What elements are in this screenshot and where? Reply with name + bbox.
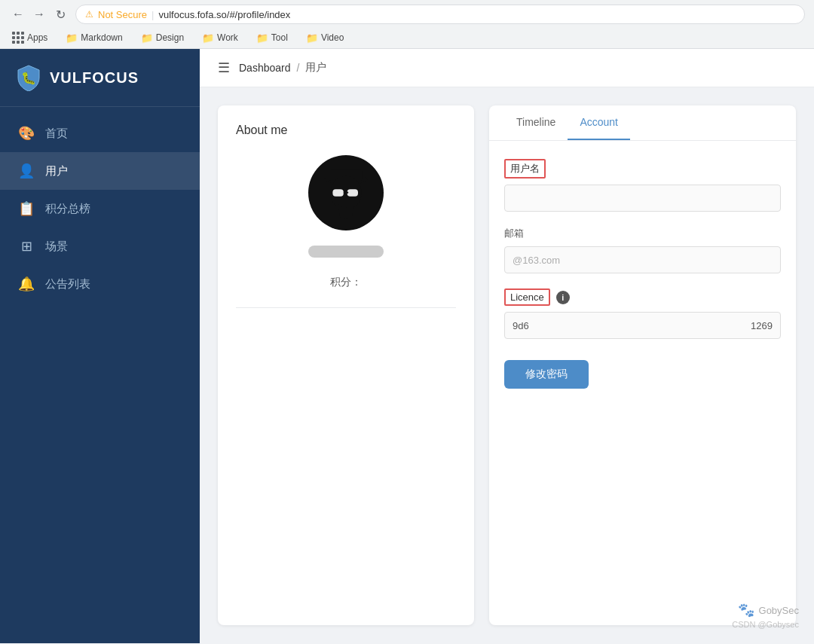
- about-card: About me: [218, 105, 474, 625]
- breadcrumb-dashboard[interactable]: Dashboard: [239, 62, 291, 74]
- address-bar[interactable]: ⚠ Not Secure | vulfocus.fofa.so/#/profil…: [75, 5, 805, 24]
- folder-icon: 📁: [256, 32, 268, 44]
- logo-text: VULFOCUS: [50, 69, 139, 87]
- tool-label: Tool: [271, 32, 288, 43]
- folder-icon: 📁: [306, 32, 318, 44]
- refresh-button[interactable]: ↻: [51, 5, 69, 23]
- breadcrumb-current: 用户: [305, 61, 326, 75]
- nav-buttons: ← → ↻: [9, 5, 69, 23]
- watermark-sub-label: CSDN @Gobysec: [732, 620, 799, 629]
- back-button[interactable]: ←: [9, 5, 27, 23]
- folder-icon: 📁: [141, 32, 153, 44]
- account-card: Timeline Account 用户名: [489, 105, 796, 625]
- user-icon: 👤: [18, 163, 35, 179]
- menu-toggle-icon[interactable]: ☰: [218, 60, 230, 76]
- not-secure-label: Not Secure: [98, 9, 147, 20]
- sidebar-logo: 🐛 VULFOCUS: [0, 49, 200, 107]
- bookmark-tool[interactable]: 📁 Tool: [253, 31, 291, 45]
- separator: |: [151, 9, 154, 20]
- apps-label: Apps: [27, 32, 47, 43]
- account-tabs: Timeline Account: [489, 105, 796, 141]
- sidebar-item-scores[interactable]: 📋 积分总榜: [0, 190, 200, 227]
- change-pwd-label: 修改密码: [525, 368, 568, 380]
- markdown-label: Markdown: [81, 32, 122, 43]
- scenes-icon: ⊞: [18, 238, 35, 255]
- bookmark-video[interactable]: 📁 Video: [303, 31, 347, 45]
- sidebar-item-announcements[interactable]: 🔔 公告列表: [0, 265, 200, 303]
- folder-icon: 📁: [66, 32, 78, 44]
- licence-label-container: Licence i: [504, 288, 781, 306]
- licence-label: Licence: [504, 288, 550, 306]
- bookmark-work[interactable]: 📁 Work: [199, 31, 241, 45]
- about-card-title: About me: [236, 124, 287, 137]
- score-row: 积分：: [330, 276, 362, 289]
- scores-icon: 📋: [18, 200, 35, 217]
- svg-text:🐛: 🐛: [21, 71, 36, 85]
- breadcrumb-separator: /: [297, 62, 300, 74]
- sidebar-item-scenes[interactable]: ⊞ 场景: [0, 227, 200, 265]
- sidebar-item-user-label: 用户: [45, 164, 68, 179]
- home-icon: 🎨: [18, 125, 35, 142]
- watermark: 🐾 GobySec CSDN @Gobysec: [732, 602, 799, 629]
- email-field-group: 邮箱: [504, 227, 781, 273]
- watermark-brand-label: GobySec: [759, 605, 799, 616]
- breadcrumb: Dashboard / 用户: [239, 61, 326, 75]
- bookmarks-bar: Apps 📁 Markdown 📁 Design 📁 Work 📁 Tool 📁…: [0, 29, 814, 48]
- bookmark-apps[interactable]: Apps: [9, 30, 50, 45]
- score-label: 积分：: [330, 276, 362, 288]
- tab-account-label: Account: [580, 116, 618, 128]
- username-input[interactable]: [504, 185, 781, 212]
- apps-grid-icon: [12, 32, 24, 44]
- account-tab-body: 用户名 邮箱 Licence i: [489, 141, 796, 407]
- avatar-image: [316, 163, 376, 223]
- sidebar-item-home[interactable]: 🎨 首页: [0, 114, 200, 152]
- licence-value-display: 9d6 1269: [504, 312, 781, 339]
- username-label: 用户名: [504, 159, 546, 179]
- username-field-group: 用户名: [504, 159, 781, 212]
- bookmark-design[interactable]: 📁 Design: [138, 31, 187, 45]
- bookmark-markdown[interactable]: 📁 Markdown: [63, 31, 125, 45]
- username-label-container: 用户名: [504, 159, 781, 179]
- sidebar-item-scores-label: 积分总榜: [45, 202, 90, 216]
- email-label: 邮箱: [504, 227, 781, 240]
- watermark-gobysec-icon: 🐾: [738, 602, 754, 618]
- licence-end: 1269: [751, 320, 773, 331]
- video-label: Video: [321, 32, 344, 43]
- svg-rect-4: [332, 189, 343, 197]
- work-label: Work: [217, 32, 238, 43]
- svg-rect-5: [347, 189, 358, 197]
- url-text: vulfocus.fofa.so/#/profile/index: [158, 9, 290, 20]
- tab-account[interactable]: Account: [568, 105, 630, 140]
- tab-timeline[interactable]: Timeline: [504, 105, 568, 140]
- licence-field-group: Licence i 9d6 1269: [504, 288, 781, 339]
- username-blurred: [308, 246, 384, 258]
- licence-start: 9d6: [513, 320, 529, 331]
- avatar: [308, 155, 384, 230]
- vulfocus-shield-icon: 🐛: [15, 64, 42, 91]
- card-divider: [236, 307, 456, 308]
- security-icon: ⚠: [85, 9, 93, 20]
- svg-rect-6: [344, 191, 348, 193]
- sidebar-nav: 🎨 首页 👤 用户 📋 积分总榜 ⊞ 场景 🔔 公告列表: [0, 107, 200, 643]
- sidebar-item-scenes-label: 场景: [45, 240, 68, 254]
- sidebar-item-user[interactable]: 👤 用户: [0, 152, 200, 190]
- design-label: Design: [156, 32, 184, 43]
- folder-icon: 📁: [202, 32, 214, 44]
- sidebar-item-home-label: 首页: [45, 127, 68, 141]
- forward-button[interactable]: →: [30, 5, 48, 23]
- main-content: ☰ Dashboard / 用户 About me: [200, 49, 814, 643]
- announcements-icon: 🔔: [18, 276, 35, 292]
- browser-toolbar: ← → ↻ ⚠ Not Secure | vulfocus.fofa.so/#/…: [0, 0, 814, 29]
- tab-timeline-label: Timeline: [516, 116, 555, 128]
- email-input[interactable]: [504, 246, 781, 273]
- browser-chrome: ← → ↻ ⚠ Not Secure | vulfocus.fofa.so/#/…: [0, 0, 814, 49]
- app-wrapper: 🐛 VULFOCUS 🎨 首页 👤 用户 📋 积分总榜 ⊞ 场景 🔔: [0, 49, 814, 643]
- content-area: About me: [200, 87, 814, 643]
- info-icon[interactable]: i: [556, 291, 570, 304]
- watermark-brand: 🐾 GobySec: [732, 602, 799, 618]
- page-header: ☰ Dashboard / 用户: [200, 49, 814, 87]
- change-password-button[interactable]: 修改密码: [504, 360, 589, 389]
- sidebar: 🐛 VULFOCUS 🎨 首页 👤 用户 📋 积分总榜 ⊞ 场景 🔔: [0, 49, 200, 643]
- sidebar-item-announcements-label: 公告列表: [45, 277, 90, 291]
